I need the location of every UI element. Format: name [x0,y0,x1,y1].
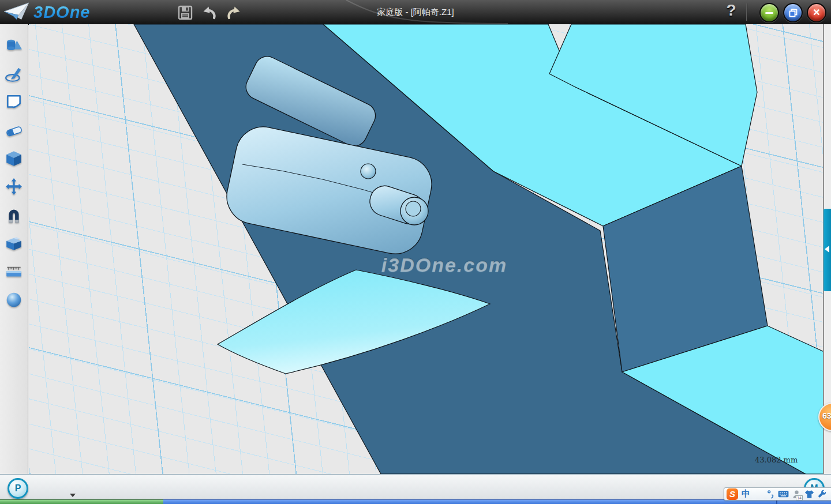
sidebar-item-sketch-plane[interactable] [2,88,25,116]
restore-icon [789,9,798,17]
sidebar-item-sketch[interactable] [2,59,25,88]
titlebar: 3DOne 家庭版 - [阿帕奇.Z1] ? [0,0,831,25]
sphere-icon [5,291,23,309]
ime-logo[interactable]: S [727,488,738,500]
ruler-icon [5,262,23,281]
move-arrows-icon [5,178,23,196]
ime-punctuation-button[interactable] [767,488,774,500]
controls-separator [746,3,747,21]
scale-readout: 43.082 mm [755,456,831,464]
wrench-icon [818,490,827,499]
keyboard-icon [778,490,789,498]
ime-halfmoon-button[interactable] [754,488,763,500]
punctuation-icon [767,489,774,499]
left-toolbar [0,24,28,474]
sidebar-item-feature[interactable] [2,144,25,172]
profile-p-badge[interactable]: P [8,478,28,499]
watermark: i3DOne.com [300,254,589,276]
ime-user-count: 14 [796,495,803,501]
open-box-icon [5,234,23,253]
restore-button[interactable] [783,3,803,22]
panel-collapse-tab[interactable] [823,209,831,291]
window-title: 家庭版 - [阿帕奇.Z1] [377,7,454,18]
ime-toolbar: S 中 14 [724,487,831,501]
sidebar-item-move[interactable] [2,172,25,201]
notification-count: 63 [822,411,831,420]
sidebar-item-sketch-edit[interactable] [2,116,25,144]
chevron-left-icon [825,246,829,253]
model-render [29,24,823,474]
bottom-toolbar: P [0,474,831,499]
sketch-plane-icon [5,93,23,111]
paper-plane-icon [3,2,30,22]
redo-icon[interactable] [225,4,242,21]
sidebar-item-assembly[interactable] [2,201,25,229]
ime-user-button[interactable]: 14 [792,488,801,500]
sidebar-item-material[interactable] [2,285,25,314]
close-icon: ✕ [813,8,820,17]
minimize-button[interactable] [759,3,779,22]
magnet-icon [5,206,23,224]
brand-text: 3DOne [33,3,95,22]
sketch-icon [5,65,23,83]
eraser-icon [5,121,23,140]
app-logo: 3DOne [3,2,95,22]
taskbar-edge-green [0,499,163,504]
cube-icon [5,149,23,168]
model-canvas[interactable]: i3DOne.com 43.082 mm [29,24,823,474]
p-badge-dropdown-arrow[interactable] [70,494,76,497]
sidebar-item-measure[interactable] [2,257,25,285]
save-icon[interactable] [177,4,194,21]
sidebar-item-primitives[interactable] [2,31,25,59]
primitives-icon [5,36,23,55]
help-button[interactable]: ? [723,1,740,21]
sidebar-item-special-feature[interactable] [2,229,25,257]
app-window: 3DOne 家庭版 - [阿帕奇.Z1] ? [0,0,831,504]
ime-keyboard-button[interactable] [778,488,789,500]
minimize-icon [765,12,773,14]
ime-skin-button[interactable] [804,488,814,500]
ime-settings-button[interactable] [818,488,827,500]
undo-icon[interactable] [201,4,218,21]
close-button[interactable]: ✕ [807,3,826,22]
tshirt-icon [804,490,814,499]
ime-language-toggle[interactable]: 中 [742,488,750,500]
moon-icon [754,489,763,499]
